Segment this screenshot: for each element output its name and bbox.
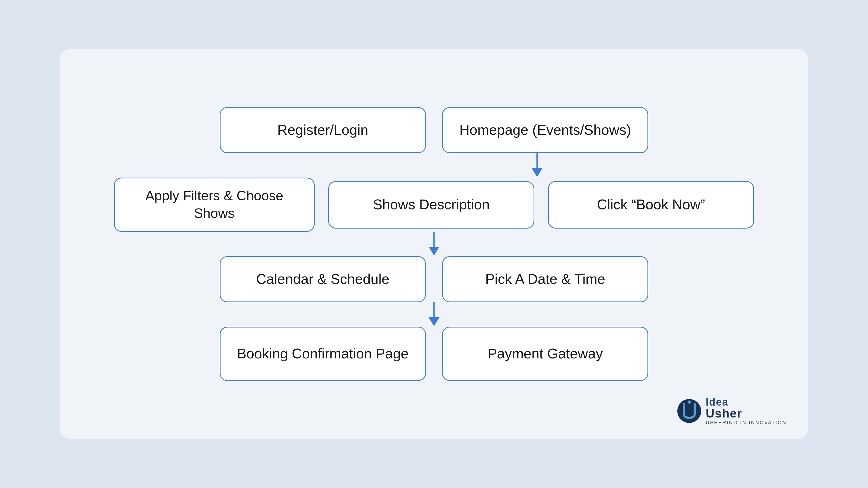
booking-confirmation-box: Booking Confirmation Page xyxy=(220,327,426,381)
logo-tagline: USHERING IN INNOVATION xyxy=(706,420,786,426)
click-book-now-box: Click “Book Now” xyxy=(548,181,754,229)
logo-icon xyxy=(677,399,702,423)
logo-usher: Usher xyxy=(706,408,786,419)
svg-marker-1 xyxy=(532,168,542,177)
arrow-1 xyxy=(529,153,545,177)
apply-filters-label: Apply Filters & Choose Shows xyxy=(128,187,300,222)
row-2: Apply Filters & Choose Shows Shows Descr… xyxy=(92,177,776,232)
homepage-label: Homepage (Events/Shows) xyxy=(460,121,631,139)
logo-idea: Idea xyxy=(706,396,786,408)
svg-marker-3 xyxy=(429,247,439,256)
main-card: Register/Login Homepage (Events/Shows) A… xyxy=(60,49,808,439)
logo-area: Idea Usher USHERING IN INNOVATION xyxy=(677,396,786,426)
diagram-container: Register/Login Homepage (Events/Shows) A… xyxy=(92,70,776,418)
calendar-schedule-box: Calendar & Schedule xyxy=(220,256,426,302)
register-login-box: Register/Login xyxy=(220,107,426,153)
payment-gateway-label: Payment Gateway xyxy=(488,345,603,363)
apply-filters-box: Apply Filters & Choose Shows xyxy=(114,177,315,232)
register-login-label: Register/Login xyxy=(277,121,368,139)
pick-date-time-label: Pick A Date & Time xyxy=(485,270,605,289)
row-4: Booking Confirmation Page Payment Gatewa… xyxy=(92,327,776,381)
payment-gateway-box: Payment Gateway xyxy=(442,327,648,381)
row-1: Register/Login Homepage (Events/Shows) xyxy=(92,107,776,153)
row-3: Calendar & Schedule Pick A Date & Time xyxy=(92,256,776,302)
svg-point-7 xyxy=(688,400,691,404)
arrow-3 xyxy=(426,302,442,327)
shows-description-label: Shows Description xyxy=(373,195,490,214)
pick-date-time-box: Pick A Date & Time xyxy=(442,256,648,302)
homepage-box: Homepage (Events/Shows) xyxy=(442,107,648,153)
calendar-schedule-label: Calendar & Schedule xyxy=(256,270,389,289)
svg-marker-5 xyxy=(429,317,439,326)
shows-description-box: Shows Description xyxy=(328,181,534,229)
click-book-now-label: Click “Book Now” xyxy=(597,195,705,214)
arrow-2 xyxy=(426,232,442,256)
logo-text: Idea Usher USHERING IN INNOVATION xyxy=(706,396,786,426)
booking-confirmation-label: Booking Confirmation Page xyxy=(237,345,408,363)
